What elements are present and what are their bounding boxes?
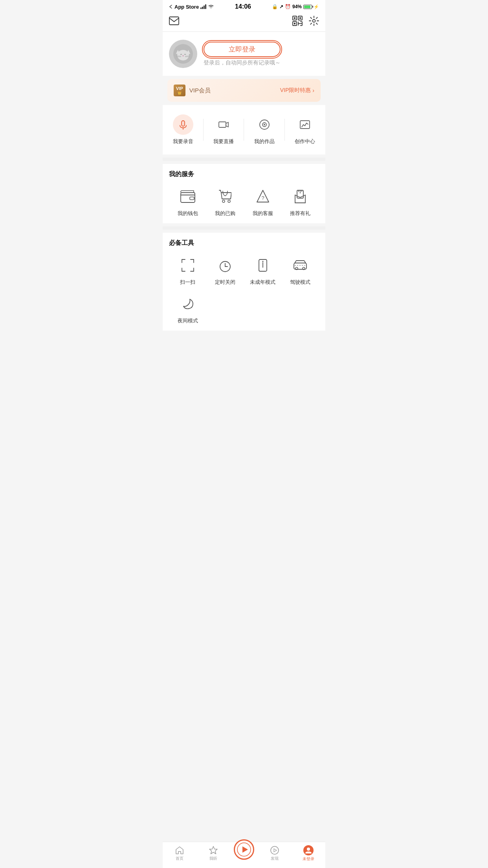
divider-1 xyxy=(163,158,325,161)
settings-button[interactable] xyxy=(309,16,319,28)
my-services-title: 我的服务 xyxy=(169,170,319,178)
tool-scan[interactable]: 扫一扫 xyxy=(169,255,207,286)
action-record-label: 我要录音 xyxy=(173,138,193,145)
status-bar: App Store 14:06 🔒 ↗ ⏰ 94% xyxy=(163,0,325,12)
record-icon-wrap xyxy=(173,114,193,135)
svg-point-14 xyxy=(177,50,189,61)
live-icon-wrap xyxy=(213,114,234,135)
battery-icon xyxy=(303,5,312,9)
battery-percent: 94% xyxy=(292,4,302,9)
chart-icon xyxy=(299,119,310,130)
signal-icon xyxy=(200,4,206,9)
lock-icon: 🔒 xyxy=(272,4,278,9)
scan-icon xyxy=(178,255,198,276)
wallet-icon xyxy=(178,186,198,207)
create-icon-wrap xyxy=(295,114,315,135)
svg-text:?: ? xyxy=(261,195,264,201)
action-create-label: 创作中心 xyxy=(295,138,315,145)
tools-section: 必备工具 扫一扫 xyxy=(163,233,325,331)
vip-label: VIP会员 xyxy=(189,87,211,94)
svg-rect-48 xyxy=(294,263,306,269)
timer-icon xyxy=(215,255,235,276)
support-label: 我的客服 xyxy=(253,210,273,217)
recommend-label: 推荐有礼 xyxy=(290,210,310,217)
action-live-label: 我要直播 xyxy=(213,138,234,145)
mail-icon xyxy=(169,17,179,25)
works-icon-wrap xyxy=(254,114,275,135)
action-works-label: 我的作品 xyxy=(254,138,275,145)
wallet-label: 我的钱包 xyxy=(178,210,198,217)
purchased-icon xyxy=(215,186,235,207)
vip-badge: VIP 👑 xyxy=(174,85,185,96)
svg-point-32 xyxy=(222,200,225,202)
disc-icon xyxy=(259,119,270,130)
action-works[interactable]: 我的作品 xyxy=(244,111,285,148)
svg-rect-24 xyxy=(219,122,226,127)
timer-label: 定时关闭 xyxy=(215,279,235,286)
svg-rect-31 xyxy=(190,197,194,200)
drive-icon xyxy=(290,255,310,276)
action-record[interactable]: 我要录音 xyxy=(163,111,204,148)
avatar-image xyxy=(173,44,193,64)
drive-label: 驾驶模式 xyxy=(290,279,310,286)
wifi-icon xyxy=(208,4,214,10)
my-services-section: 我的服务 我的钱包 xyxy=(163,164,325,223)
camera-icon xyxy=(218,119,229,130)
support-icon: ? xyxy=(253,186,273,207)
back-icon xyxy=(169,4,173,9)
svg-rect-6 xyxy=(294,23,295,24)
minor-label: 未成年模式 xyxy=(250,279,275,286)
tool-timer[interactable]: 定时关闭 xyxy=(207,255,244,286)
mail-button[interactable] xyxy=(169,17,179,27)
service-wallet[interactable]: 我的钱包 xyxy=(169,186,207,217)
tool-night[interactable]: 夜间模式 xyxy=(169,294,207,324)
action-live[interactable]: 我要直播 xyxy=(204,111,244,148)
services-grid: 我的钱包 我的已购 xyxy=(169,186,319,217)
tools-grid: 扫一扫 定时关闭 xyxy=(169,255,319,286)
qrcode-button[interactable] xyxy=(292,16,303,28)
vip-banner[interactable]: VIP 👑 VIP会员 VIP限时特惠 › xyxy=(167,79,321,102)
quick-actions: 我要录音 我要直播 我的作品 xyxy=(163,105,325,154)
svg-point-28 xyxy=(264,124,265,125)
night-icon xyxy=(178,294,198,314)
svg-point-12 xyxy=(313,20,316,22)
tool-drive[interactable]: 驾驶模式 xyxy=(282,255,319,286)
microphone-icon xyxy=(178,119,189,130)
chevron-right-icon: › xyxy=(312,87,314,94)
svg-point-33 xyxy=(228,200,230,202)
vip-promo[interactable]: VIP限时特惠 › xyxy=(280,87,314,94)
location-icon: ↗ xyxy=(279,4,283,9)
alarm-icon: ⏰ xyxy=(285,4,291,9)
svg-rect-4 xyxy=(299,17,301,19)
vip-left: VIP 👑 VIP会员 xyxy=(174,85,211,96)
svg-rect-2 xyxy=(294,17,295,19)
tools-title: 必备工具 xyxy=(169,239,319,247)
service-purchased[interactable]: 我的已购 xyxy=(207,186,244,217)
carrier-label: App Store xyxy=(174,4,199,10)
svg-point-47 xyxy=(262,261,263,262)
minor-icon xyxy=(253,255,273,276)
svg-rect-30 xyxy=(181,193,195,202)
action-create[interactable]: 创作中心 xyxy=(285,111,326,148)
qrcode-icon xyxy=(292,16,303,26)
divider-2 xyxy=(163,226,325,230)
avatar xyxy=(169,40,197,68)
tools-grid-row2: 夜间模式 xyxy=(169,294,319,324)
service-recommend[interactable]: 推荐有礼 xyxy=(282,186,319,217)
svg-rect-29 xyxy=(300,121,310,129)
service-support[interactable]: ? 我的客服 xyxy=(244,186,282,217)
login-hint: 登录后，自动同步所有记录哦～ xyxy=(204,59,281,66)
night-label: 夜间模式 xyxy=(178,317,198,324)
svg-point-21 xyxy=(182,55,183,57)
nav-bar xyxy=(163,12,325,32)
status-indicators: 🔒 ↗ ⏰ 94% ⚡ xyxy=(272,4,319,9)
svg-marker-25 xyxy=(226,122,228,127)
purchased-label: 我的已购 xyxy=(215,210,235,217)
tool-minor[interactable]: 未成年模式 xyxy=(244,255,282,286)
svg-line-41 xyxy=(300,195,305,197)
profile-section: 立即登录 登录后，自动同步所有记录哦～ xyxy=(163,32,325,76)
login-button[interactable]: 立即登录 xyxy=(204,42,281,57)
profile-info: 立即登录 登录后，自动同步所有记录哦～ xyxy=(204,42,281,66)
charging-icon: ⚡ xyxy=(314,4,319,9)
svg-rect-0 xyxy=(169,17,179,25)
